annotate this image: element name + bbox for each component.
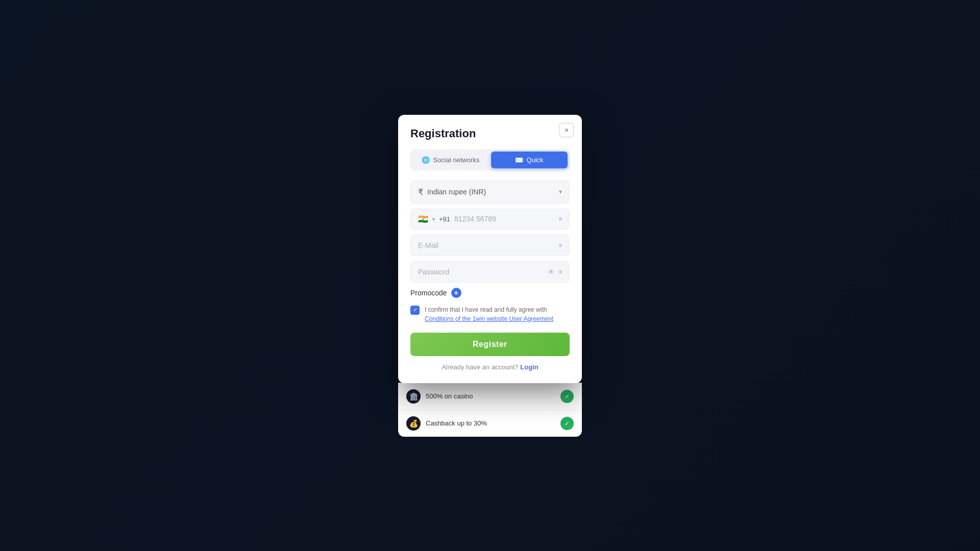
social-icon: 🌐 (422, 156, 430, 164)
email-placeholder[interactable]: E-Mail (418, 241, 559, 249)
modal-backdrop: × Registration 🌐 Social networks ✉️ Quic… (0, 0, 980, 551)
password-dot (559, 270, 562, 273)
terms-link[interactable]: Conditions of the 1win website User Agre… (425, 315, 553, 322)
eye-icon[interactable]: 👁 (548, 268, 555, 276)
add-promocode-button[interactable]: + (451, 288, 461, 298)
country-chevron-icon: ▾ (432, 216, 435, 222)
email-field[interactable]: E-Mail (410, 235, 570, 256)
register-button[interactable]: Register (410, 333, 570, 356)
phone-input[interactable]: 81234 56789 (454, 215, 555, 223)
promocode-row: Promocode + (410, 288, 570, 298)
cashback-check-icon: ✓ (560, 417, 574, 430)
tab-switcher: 🌐 Social networks ✉️ Quick (410, 149, 570, 170)
phone-field[interactable]: 🇮🇳 ▾ +91 81234 56789 (410, 209, 570, 230)
bonus-cards: 🏛️ 500% on casino ✓ 💰 Cashback up to 30%… (398, 383, 582, 437)
rupee-icon: ₹ (418, 187, 423, 197)
agreement-checkbox[interactable]: ✓ (410, 306, 420, 315)
quick-icon: ✉️ (515, 156, 523, 164)
cashback-bonus-text: Cashback up to 30% (426, 419, 487, 427)
phone-dot (559, 217, 562, 220)
agreement-checkbox-row: ✓ I confirm that I have read and fully a… (410, 305, 570, 323)
tab-social-networks[interactable]: 🌐 Social networks (412, 152, 489, 168)
registration-modal: × Registration 🌐 Social networks ✉️ Quic… (398, 115, 582, 383)
tab-quick-label: Quick (526, 156, 543, 164)
checkmark-icon: ✓ (413, 307, 418, 313)
currency-selector[interactable]: ₹ Indian rupee (INR) ▾ (410, 181, 570, 204)
login-link[interactable]: Login (520, 363, 538, 371)
chevron-down-icon: ▾ (559, 188, 562, 195)
casino-bonus-text: 500% on casino (426, 392, 473, 400)
password-field[interactable]: Password 👁 (410, 261, 570, 283)
tab-quick[interactable]: ✉️ Quick (491, 152, 568, 168)
tab-social-label: Social networks (433, 156, 479, 164)
agreement-text: I confirm that I have read and fully agr… (425, 305, 570, 323)
bonus-card-cashback: 💰 Cashback up to 30% ✓ (398, 410, 582, 437)
login-row: Already have an account? Login (410, 363, 570, 371)
email-dot (559, 244, 562, 247)
casino-check-icon: ✓ (560, 390, 574, 403)
modal-title: Registration (410, 127, 570, 140)
promocode-label: Promocode (410, 289, 447, 297)
casino-icon: 🏛️ (406, 389, 421, 404)
country-code: +91 (439, 215, 450, 223)
currency-value: Indian rupee (INR) (427, 188, 486, 196)
india-flag-icon: 🇮🇳 (418, 214, 428, 224)
bonus-card-casino: 🏛️ 500% on casino ✓ (398, 383, 582, 410)
cashback-icon: 💰 (406, 416, 421, 431)
close-button[interactable]: × (559, 123, 574, 137)
modal-wrapper: × Registration 🌐 Social networks ✉️ Quic… (398, 115, 582, 437)
password-placeholder[interactable]: Password (418, 268, 548, 276)
